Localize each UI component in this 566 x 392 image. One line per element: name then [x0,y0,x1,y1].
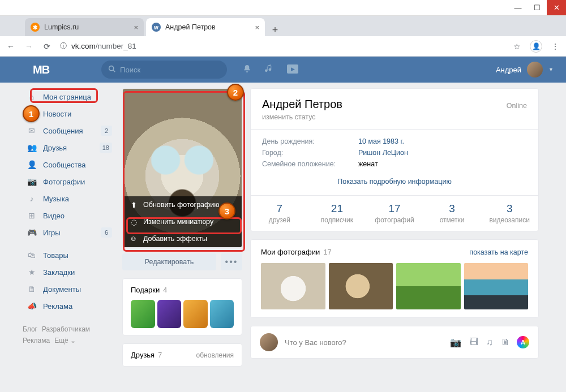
photo-thumb[interactable] [464,263,529,309]
notifications-icon[interactable] [243,64,251,75]
search-placeholder: Поиск [120,66,140,74]
attach-video-icon[interactable]: 🎞 [469,337,478,348]
footer-link[interactable]: Разработчикам [42,325,90,333]
sidebar-item-photos[interactable]: 📷Фотографии [23,173,115,190]
sidebar-item-music[interactable]: ♪Музыка [23,190,115,207]
sidebar-item-friends[interactable]: 👥Друзья18 [23,139,115,156]
sidebar-item-games[interactable]: 🎮Игры6 [23,224,115,241]
attach-note-icon[interactable]: 🗎 [501,337,510,348]
photos-card: Мои фотографии 17 показать на карте [250,239,539,318]
tab-close-icon[interactable]: × [255,23,259,32]
sidebar-item-goods[interactable]: 🛍Товары [23,247,115,264]
user-name: Андрей [496,66,521,74]
sidebar-item-communities[interactable]: 👤Сообщества [23,156,115,173]
counter-photos[interactable]: 17фотографий [366,196,423,231]
camera-icon: 📷 [26,177,37,186]
tab-title: Lumpics.ru [44,23,79,31]
vk-logo[interactable]: MB [33,63,49,76]
url-host: vk.com [71,42,96,50]
window-maximize[interactable]: ☐ [528,0,547,15]
sidebar-item-messages[interactable]: ✉Сообщения2 [23,122,115,139]
friends-icon: 👥 [26,143,37,152]
video-icon[interactable]: ▶ [287,64,298,74]
counter-videos[interactable]: 3видеозаписи [481,196,538,231]
sidebar-item-bookmarks[interactable]: ★Закладки [23,264,115,281]
gifts-block[interactable]: Подарки 4 [122,278,242,335]
change-status[interactable]: изменить статус [262,113,527,121]
footer-link[interactable]: Блог [23,325,37,333]
photo-thumb[interactable] [396,263,461,309]
sidebar-item-docs[interactable]: 🗎Документы [23,281,115,298]
photos-title[interactable]: Мои фотографии [261,248,320,256]
browser-tabstrip: ✱ Lumpics.ru × w Андрей Петров × + [0,16,566,36]
favicon-vk: w [152,23,161,32]
avatar-effects[interactable]: ☺Добавить эффекты [123,230,242,247]
new-tab-button[interactable]: + [267,24,283,36]
address-bar[interactable]: ⓘ vk.com/number_81 [60,41,504,51]
gift-item[interactable] [210,300,234,328]
birthday-link[interactable]: 10 мая 1983 г. [358,137,404,145]
show-on-map[interactable]: показать на карте [469,248,528,256]
chevron-down-icon: ▼ [548,67,554,72]
sidebar-item-ads[interactable]: 📣Реклама [23,298,115,315]
video-icon: ⊞ [26,211,37,220]
online-status: Online [507,102,527,110]
effects-icon: ☺ [130,235,138,243]
vk-user-menu[interactable]: Андрей ▼ [496,62,554,77]
vk-header: MB Поиск ▶ Андрей ▼ [0,57,566,83]
photo-thumb[interactable] [261,263,325,309]
window-close[interactable]: ✕ [547,0,566,15]
user-avatar [527,62,543,77]
gift-item[interactable] [131,300,155,328]
counter-friends[interactable]: 7друзей [251,196,308,231]
goods-icon: 🛍 [26,251,37,260]
sidebar-item-video[interactable]: ⊞Видео [23,207,115,224]
counter-subscribers[interactable]: 21подписчик [308,196,366,231]
browser-tab-vk[interactable]: w Андрей Петров × [146,18,265,36]
url-path: /number_81 [96,42,136,50]
site-info-icon[interactable]: ⓘ [60,41,67,51]
profile-name: Андрей Петров [262,98,342,111]
city-link[interactable]: Ришон ЛеЦион [358,149,408,157]
vk-sidebar: ⌂Моя страница ▦Новости ✉Сообщения2 👥Друз… [23,83,115,392]
favicon-lumpics: ✱ [31,23,40,32]
gift-item[interactable] [183,300,208,328]
search-icon [108,65,115,74]
messages-icon: ✉ [26,126,37,135]
music-icon[interactable] [265,64,273,75]
footer-link[interactable]: Ещё ⌄ [54,337,76,344]
back-button[interactable]: ← [6,42,16,51]
docs-icon: 🗎 [26,285,37,294]
tab-close-icon[interactable]: × [134,23,138,32]
vk-search[interactable]: Поиск [101,61,227,79]
window-minimize[interactable]: — [508,0,528,15]
browser-toolbar: ← → ⟳ ⓘ vk.com/number_81 ☆ 👤 ⋮ [0,36,566,57]
gift-item[interactable] [157,300,182,328]
profile-button[interactable]: 👤 [530,40,542,53]
story-icon[interactable]: A [517,336,529,348]
forward-button[interactable]: → [24,42,34,51]
profile-avatar[interactable]: × ⬆Обновить фотографию ◌Изменить миниатю… [122,88,242,248]
more-button[interactable]: ••• [221,253,242,270]
sidebar-item-profile[interactable]: ⌂Моя страница [23,88,115,105]
relation-value: женат [358,160,378,168]
show-more-link[interactable]: Показать подробную информацию [337,178,452,186]
annotation-badge-1: 1 [23,105,40,122]
browser-tab-lumpics[interactable]: ✱ Lumpics.ru × [25,18,144,36]
reload-button[interactable]: ⟳ [42,42,52,51]
svg-point-0 [109,66,114,71]
annotation-badge-2: 2 [227,84,244,101]
star-icon: ★ [26,268,37,277]
counter-tags[interactable]: 3отметки [423,196,481,231]
friends-block[interactable]: Друзья 7обновления [122,343,242,367]
edit-button[interactable]: Редактировать [122,253,216,270]
photo-thumb[interactable] [329,263,393,309]
footer-link[interactable]: Реклама [23,337,50,344]
post-composer[interactable]: Что у Вас нового? 📷 🎞 ♫ 🗎 A [250,326,539,359]
attach-music-icon[interactable]: ♫ [486,337,493,348]
upload-icon: ⬆ [130,201,138,209]
star-button[interactable]: ☆ [512,42,522,51]
menu-button[interactable]: ⋮ [550,42,560,51]
music-icon: ♪ [26,194,37,203]
attach-photo-icon[interactable]: 📷 [450,337,461,348]
